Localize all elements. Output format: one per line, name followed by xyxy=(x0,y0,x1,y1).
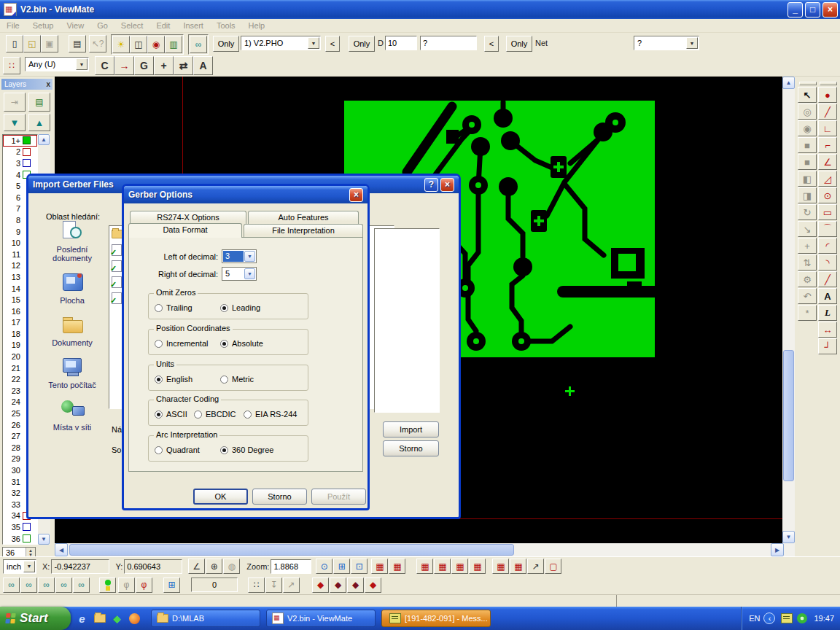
selection-marker-icon[interactable]: ∷ xyxy=(3,57,20,74)
radio-english[interactable]: English xyxy=(155,375,192,384)
menu-go[interactable]: Go xyxy=(90,21,114,30)
taskbar-task-folder[interactable]: D:\MLAB xyxy=(151,610,260,627)
pad-flash-icon[interactable]: ◆ xyxy=(312,578,329,593)
radio-incremental[interactable]: Incremental xyxy=(155,339,208,348)
text-a-icon[interactable]: A xyxy=(193,56,213,75)
toolbar-grip[interactable] xyxy=(820,82,837,85)
swap-layers-icon[interactable]: ⇅ xyxy=(798,254,817,271)
pan-right-icon[interactable]: ▦ xyxy=(434,559,451,574)
menu-file[interactable]: File xyxy=(0,21,26,30)
menu-tools[interactable]: Tools xyxy=(210,21,242,30)
fill-solid-icon[interactable]: ■ xyxy=(798,137,817,153)
tab-file-interpretation[interactable]: File Interpretation xyxy=(244,224,363,237)
draw-pad-icon[interactable]: ● xyxy=(818,87,837,103)
context-help-icon[interactable]: ↖? xyxy=(89,35,106,52)
tab-data-format[interactable]: Data Format xyxy=(128,223,242,238)
rotate-icon[interactable]: ↻ xyxy=(798,204,817,220)
dot-grid-icon[interactable]: ∷ xyxy=(248,578,265,593)
mirror-vertical-icon[interactable]: ◨ xyxy=(798,187,817,203)
film-colors-icon[interactable]: ▥ xyxy=(165,36,182,53)
radio-360-degree[interactable]: 360 Degree xyxy=(220,446,274,454)
aperture-list-icon[interactable]: ◫ xyxy=(130,36,147,53)
traffic-light-icon[interactable] xyxy=(99,578,116,593)
toolbar-grip[interactable] xyxy=(799,82,817,85)
tray-message-icon[interactable] xyxy=(781,613,793,623)
net-combo[interactable]: ? ▼ xyxy=(634,36,699,50)
grid-snap-icon[interactable]: ▦ xyxy=(389,559,405,574)
prev-layer-button[interactable]: < xyxy=(325,36,340,52)
radio-leading[interactable]: Leading xyxy=(220,303,260,312)
cancel-button[interactable]: Storno xyxy=(383,440,439,456)
inspect-1-icon[interactable]: ∞ xyxy=(3,578,20,593)
close-icon[interactable]: × xyxy=(349,188,363,202)
pad-alt-icon[interactable]: ◆ xyxy=(347,578,364,593)
chevron-down-icon[interactable]: ▼ xyxy=(76,58,88,70)
green-app-icon[interactable]: ◆ xyxy=(111,612,123,625)
scroll-right-icon[interactable]: ▶ xyxy=(771,543,784,556)
scroll-up-icon[interactable]: ▲ xyxy=(38,134,50,145)
prev-dcode-button[interactable]: < xyxy=(484,36,499,52)
draw-line-icon[interactable]: ╱ xyxy=(818,104,837,120)
cancel-button[interactable]: Storno xyxy=(252,489,307,505)
radio-ebcdic[interactable]: EBCDIC xyxy=(194,410,236,419)
draw-arc-icon[interactable]: ⌒ xyxy=(818,221,837,237)
import-button[interactable]: Import xyxy=(383,421,439,438)
vertical-scroll-thumb[interactable] xyxy=(783,350,794,481)
tray-icq-icon[interactable] xyxy=(797,613,807,623)
inspect-2-icon[interactable]: ∞ xyxy=(20,578,37,593)
draw-triangle-icon[interactable]: ◿ xyxy=(818,171,837,187)
internet-explorer-icon[interactable]: e xyxy=(76,612,88,625)
anchor-icon[interactable]: ↧ xyxy=(265,578,282,593)
layer-combo[interactable]: 1) V2.PHO ▼ xyxy=(241,36,321,50)
region-select-icon[interactable]: ▢ xyxy=(545,559,561,574)
component-c-icon[interactable]: C xyxy=(95,56,114,75)
layer-row[interactable]: 35 xyxy=(3,521,37,533)
layer-color-swatch[interactable] xyxy=(23,148,31,156)
draw-dimension-icon[interactable]: ↔ xyxy=(818,322,837,338)
layer-colors-icon[interactable]: ▤ xyxy=(28,93,50,112)
dcode-highlight-icon[interactable]: ◉ xyxy=(147,36,165,53)
layer-row[interactable]: 36 xyxy=(3,533,37,545)
collapse-tray-icon[interactable]: ‹ xyxy=(763,612,775,624)
inspect-4-icon[interactable]: ∞ xyxy=(55,578,72,593)
radio-trailing[interactable]: Trailing xyxy=(155,303,192,312)
inspect-5-icon[interactable]: ∞ xyxy=(73,578,90,593)
dcode-input[interactable]: 10 xyxy=(385,36,417,50)
zoom-in-icon[interactable]: ⊙ xyxy=(316,559,332,574)
layer-up-icon[interactable]: ▲ xyxy=(28,114,50,131)
pad-dark-icon[interactable]: ◆ xyxy=(330,578,346,593)
close-icon[interactable]: × xyxy=(440,178,454,192)
vertical-scrollbar[interactable]: ▲ ▼ xyxy=(782,77,795,543)
pan-left-icon[interactable]: ▦ xyxy=(416,559,433,574)
close-icon[interactable]: x xyxy=(46,80,50,88)
fill-alt-icon[interactable]: ■ xyxy=(798,154,817,170)
pad-plus-icon[interactable]: + xyxy=(154,56,174,75)
save-icon[interactable]: ▣ xyxy=(41,35,58,52)
only-layer-button[interactable]: Only xyxy=(213,36,239,52)
scale-icon[interactable]: ↘ xyxy=(798,221,817,237)
chevron-down-icon[interactable]: ▼ xyxy=(244,268,255,279)
inspect-mode-icon[interactable]: ∞ xyxy=(190,36,207,53)
place-documents[interactable]: Dokumenty xyxy=(39,314,106,347)
layer-row[interactable]: 1+ xyxy=(3,135,37,147)
window-grid-icon[interactable]: ⊞ xyxy=(163,578,180,593)
start-button[interactable]: Start xyxy=(0,607,71,630)
layer-color-swatch[interactable] xyxy=(23,159,31,167)
left-decimal-combo[interactable]: 3 ▼ xyxy=(222,249,257,263)
menu-setup[interactable]: Setup xyxy=(26,21,61,30)
menu-select[interactable]: Select xyxy=(114,21,150,30)
chevron-down-icon[interactable]: ▼ xyxy=(23,561,35,572)
menu-insert[interactable]: Insert xyxy=(176,21,210,30)
goto-arrow-icon[interactable]: → xyxy=(114,56,134,75)
swap-icon[interactable]: ⇄ xyxy=(174,56,193,75)
draw-route-icon[interactable]: ⌐ xyxy=(818,137,837,153)
zoom-input[interactable]: 1.8868 xyxy=(271,559,311,574)
radio-quadrant[interactable]: Quadrant xyxy=(155,446,200,454)
pad-select-icon[interactable]: ◆ xyxy=(365,578,381,593)
place-recent-documents[interactable]: Poslední dokumenty xyxy=(39,221,106,262)
layer-color-swatch[interactable] xyxy=(23,136,31,144)
zoom-grid-icon[interactable]: ⊞ xyxy=(333,559,350,574)
taskbar-task-viewmate[interactable]: ▦ V2.bin - ViewMate xyxy=(266,610,376,627)
layer-row[interactable]: 2 xyxy=(3,147,37,158)
probe-icon[interactable]: ◍ xyxy=(223,559,240,574)
